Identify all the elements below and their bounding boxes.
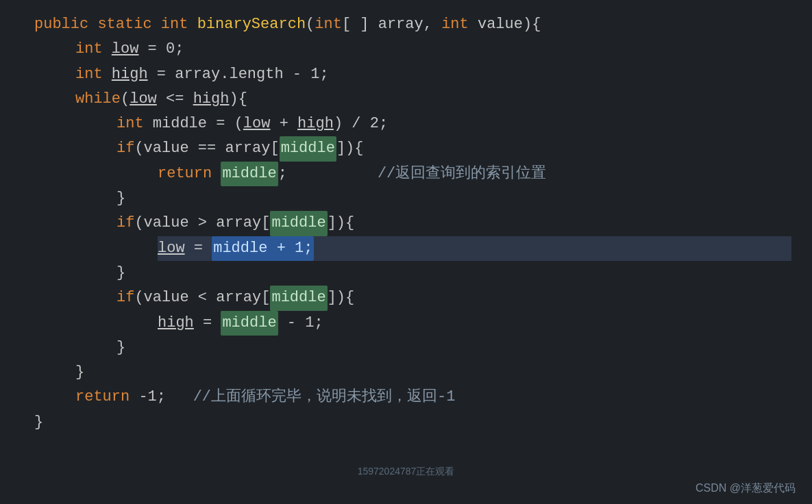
keyword-int-1: int — [161, 12, 188, 37]
code-line-10: low = middle + 1; — [158, 236, 791, 261]
code-line-7: return middle; //返回查询到的索引位置 — [158, 162, 791, 186]
code-line-9: if(value > array[middle]){ — [116, 211, 791, 236]
function-name: binarySearch — [197, 12, 306, 37]
code-line-12: if(value < array[middle]){ — [116, 286, 791, 310]
watermark: 15972024787正在观看 — [358, 466, 455, 478]
code-line-15: } — [75, 360, 791, 385]
code-line-8: } — [116, 186, 791, 211]
code-line-5: int middle = (low + high) / 2; — [116, 112, 791, 136]
code-line-6: if(value == array[middle]){ — [116, 136, 791, 161]
code-line-14: } — [116, 336, 791, 360]
code-line-4: while(low <= high){ — [75, 87, 791, 112]
code-line-17: } — [34, 410, 791, 435]
keyword-public: public — [34, 12, 88, 37]
code-line-3: int high = array.length - 1; — [75, 62, 791, 87]
code-line-16: return -1; //上面循环完毕，说明未找到，返回-1 — [75, 385, 791, 410]
code-block: public static int binarySearch(int[ ] ar… — [0, 0, 812, 447]
branding: CSDN @洋葱爱代码 — [696, 481, 796, 496]
code-line-1: public static int binarySearch(int[ ] ar… — [34, 12, 791, 37]
keyword-static: static — [97, 12, 151, 37]
code-line-13: high = middle - 1; — [158, 311, 791, 336]
code-line-2: int low = 0; — [75, 37, 791, 62]
code-line-11: } — [116, 261, 791, 286]
